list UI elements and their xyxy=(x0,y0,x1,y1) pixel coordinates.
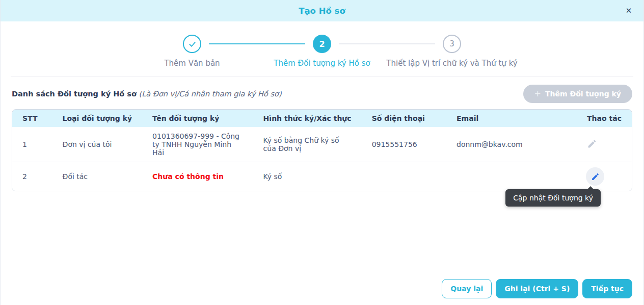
cell-email xyxy=(446,162,577,191)
create-document-modal: Tạo Hồ sơ ✕ Thêm Văn bản 2 Thêm Đối tượn… xyxy=(0,0,644,305)
close-icon[interactable]: ✕ xyxy=(621,0,636,21)
cell-method: Ký số bằng Chữ ký số của Đơn vị xyxy=(253,127,362,162)
step-3-label: Thiết lập Vị trí chữ ký và Thứ tự ký xyxy=(386,59,517,68)
cell-type: Đối tác xyxy=(52,162,143,191)
cell-email: donnm@bkav.com xyxy=(446,127,577,162)
table-row: 1 Đơn vị của tôi 0101360697-999 - Công t… xyxy=(12,127,632,162)
col-header-phone: Số điện thoại xyxy=(362,110,446,127)
cell-action xyxy=(577,162,632,191)
back-button[interactable]: Quay lại xyxy=(442,279,492,298)
modal-header: Tạo Hồ sơ ✕ xyxy=(1,0,643,21)
missing-info-text: Chưa có thông tin xyxy=(152,172,224,181)
continue-button[interactable]: Tiếp tục xyxy=(582,279,632,298)
col-header-stt: STT xyxy=(12,110,52,127)
cell-method: Ký số xyxy=(253,162,362,191)
col-header-email: Email xyxy=(446,110,577,127)
step-1-add-document[interactable]: Thêm Văn bản xyxy=(127,35,257,68)
col-header-action: Thao tác xyxy=(577,110,632,127)
col-header-type: Loại đối tượng ký xyxy=(52,110,143,127)
signer-list-title: Danh sách Đối tượng ký Hồ sơ (Là Đơn vị/… xyxy=(12,90,282,98)
cell-phone xyxy=(362,162,446,191)
footer-actions: Quay lại Ghi lại (Ctrl + S) Tiếp tục xyxy=(442,279,632,298)
step-3-signature-position[interactable]: 3 Thiết lập Vị trí chữ ký và Thứ tự ký xyxy=(387,35,517,68)
table-header-row: STT Loại đối tượng ký Tên đối tượng ký H… xyxy=(12,110,632,127)
cell-stt: 1 xyxy=(12,127,52,162)
add-signer-button[interactable]: + Thêm Đối tượng ký xyxy=(523,85,632,103)
cell-name: 0101360697-999 - Công ty TNHH Nguyễn Min… xyxy=(142,127,253,162)
signer-table: STT Loại đối tượng ký Tên đối tượng ký H… xyxy=(12,109,632,191)
step-1-label: Thêm Văn bản xyxy=(164,59,220,68)
wizard-stepper: Thêm Văn bản 2 Thêm Đối tượng ký Hồ sơ 3… xyxy=(11,21,633,77)
signer-list-title-main: Danh sách Đối tượng ký Hồ sơ xyxy=(12,90,137,98)
cell-action xyxy=(577,127,632,162)
cell-stt: 2 xyxy=(12,162,52,191)
col-header-name: Tên đối tượng ký xyxy=(142,110,253,127)
table-row: 2 Đối tác Chưa có thông tin Ký số xyxy=(12,162,632,191)
stepper-connector-done xyxy=(209,43,305,44)
step-2-label: Thêm Đối tượng ký Hồ sơ xyxy=(274,59,370,68)
edit-icon xyxy=(591,172,600,181)
update-signer-tooltip: Cập nhật Đối tượng ký xyxy=(505,189,601,207)
cell-type: Đơn vị của tôi xyxy=(52,127,143,162)
cell-name: Chưa có thông tin xyxy=(142,162,253,191)
col-header-method: Hình thức ký/Xác thực xyxy=(253,110,362,127)
add-signer-button-label: Thêm Đối tượng ký xyxy=(545,90,621,98)
cell-phone: 0915551756 xyxy=(362,127,446,162)
step-2-add-signers[interactable]: 2 Thêm Đối tượng ký Hồ sơ xyxy=(257,35,387,68)
modal-title: Tạo Hồ sơ xyxy=(299,6,345,16)
step-2-number: 2 xyxy=(313,35,331,53)
edit-icon-disabled[interactable] xyxy=(587,139,597,149)
edit-signer-button[interactable] xyxy=(586,167,604,186)
step-1-check-icon xyxy=(183,35,201,53)
save-button[interactable]: Ghi lại (Ctrl + S) xyxy=(496,279,578,298)
signer-list-header: Danh sách Đối tượng ký Hồ sơ (Là Đơn vị/… xyxy=(12,85,632,103)
plus-icon: + xyxy=(534,90,541,98)
step-3-number: 3 xyxy=(443,35,461,53)
stepper-connector-pending xyxy=(339,43,435,44)
signer-list-title-note: (Là Đơn vị/Cá nhân tham gia ký Hồ sơ) xyxy=(139,90,281,98)
